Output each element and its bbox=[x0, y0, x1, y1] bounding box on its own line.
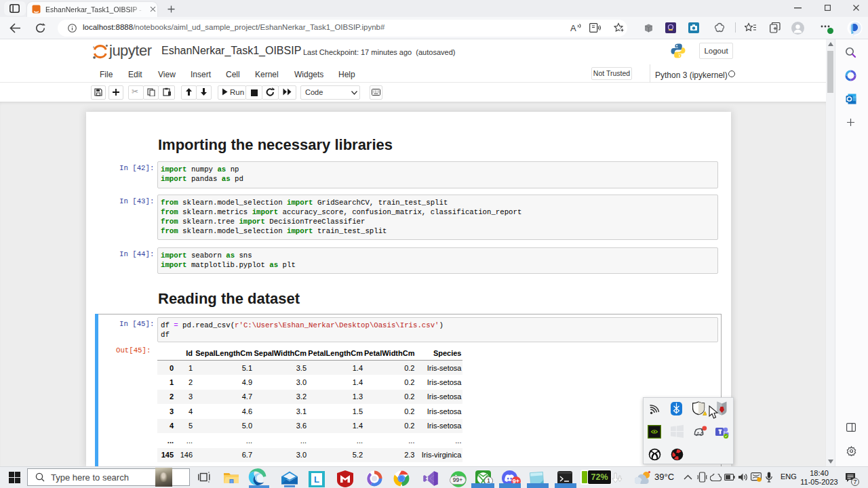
svg-text:A: A bbox=[570, 23, 576, 33]
svg-text:L: L bbox=[314, 474, 319, 485]
